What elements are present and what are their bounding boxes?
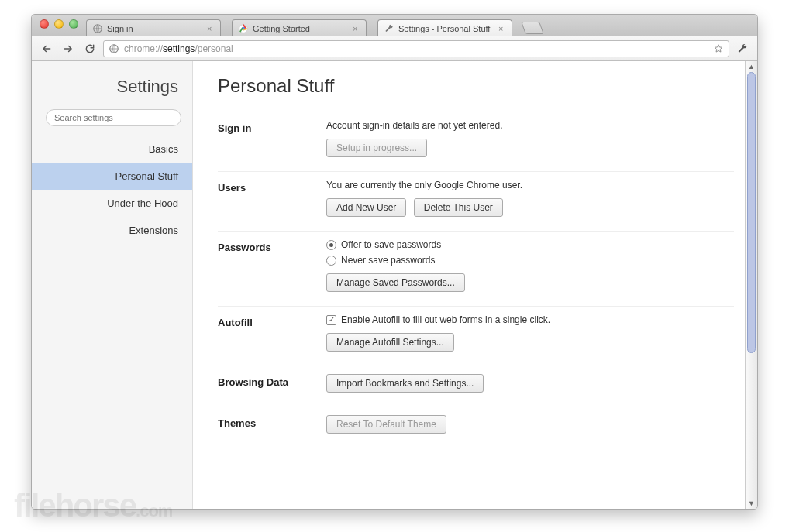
bookmark-star-icon[interactable] xyxy=(713,43,724,54)
section-label: Users xyxy=(218,180,326,217)
tab-getting-started[interactable]: Getting Started × xyxy=(232,19,367,36)
section-themes: Themes Reset To Default Theme xyxy=(218,407,734,437)
section-label: Autofill xyxy=(218,314,326,352)
toolbar: chrome://settings/personal xyxy=(32,36,757,61)
wrench-menu-button[interactable] xyxy=(734,40,751,57)
globe-icon xyxy=(109,43,119,54)
sidebar-item-personal-stuff[interactable]: Personal Stuff xyxy=(32,163,192,190)
section-sign-in: Sign in Account sign-in details are not … xyxy=(218,112,734,172)
section-label: Themes xyxy=(218,415,326,434)
sidebar-item-extensions[interactable]: Extensions xyxy=(32,217,192,244)
manage-saved-passwords-button[interactable]: Manage Saved Passwords... xyxy=(326,273,465,292)
minimize-window-button[interactable] xyxy=(54,19,64,29)
tab-label: Sign in xyxy=(107,24,207,33)
section-label: Sign in xyxy=(218,120,326,157)
offer-save-passwords-radio[interactable] xyxy=(326,240,336,250)
radio-label: Never save passwords xyxy=(341,255,435,266)
window-controls xyxy=(40,19,78,29)
close-icon[interactable]: × xyxy=(498,25,506,33)
setup-in-progress-button[interactable]: Setup in progress... xyxy=(326,139,427,157)
sidebar-item-basics[interactable]: Basics xyxy=(32,136,192,163)
chrome-icon xyxy=(238,23,249,34)
signin-status-text: Account sign-in details are not yet ente… xyxy=(326,120,734,131)
manage-autofill-settings-button[interactable]: Manage Autofill Settings... xyxy=(326,333,454,352)
tab-label: Getting Started xyxy=(253,24,353,33)
section-users: Users You are currently the only Google … xyxy=(218,172,734,232)
scrollbar-track[interactable] xyxy=(746,72,757,498)
reload-button[interactable] xyxy=(81,40,98,57)
omnibox[interactable]: chrome://settings/personal xyxy=(103,40,729,57)
section-autofill: Autofill Enable Autofill to fill out web… xyxy=(218,307,734,366)
scroll-down-arrow-icon[interactable]: ▼ xyxy=(746,498,757,509)
enable-autofill-checkbox[interactable] xyxy=(326,315,336,325)
content-area: Settings Basics Personal Stuff Under the… xyxy=(32,61,757,509)
scrollbar[interactable]: ▲ ▼ xyxy=(745,61,757,509)
sidebar-nav: Basics Personal Stuff Under the Hood Ext… xyxy=(32,136,192,244)
globe-icon xyxy=(92,23,103,34)
checkbox-label: Enable Autofill to fill out web forms in… xyxy=(341,314,550,325)
scrollbar-thumb[interactable] xyxy=(747,72,756,353)
radio-label: Offer to save passwords xyxy=(341,239,441,250)
section-label: Passwords xyxy=(218,239,326,292)
section-label: Browsing Data xyxy=(218,374,326,393)
tab-sign-in[interactable]: Sign in × xyxy=(86,19,221,36)
never-save-passwords-radio[interactable] xyxy=(326,256,336,266)
search-settings-input[interactable] xyxy=(46,109,181,126)
titlebar: Sign in × Getting Started × Settings - P… xyxy=(32,15,757,36)
settings-main: Personal Stuff Sign in Account sign-in d… xyxy=(193,61,757,509)
reset-theme-button[interactable]: Reset To Default Theme xyxy=(326,415,446,434)
tab-strip: Sign in × Getting Started × Settings - P… xyxy=(86,15,542,36)
close-window-button[interactable] xyxy=(40,19,49,29)
page-title: Personal Stuff xyxy=(218,75,734,97)
sidebar-title: Settings xyxy=(32,61,192,109)
forward-button[interactable] xyxy=(60,40,77,57)
wrench-icon xyxy=(384,23,394,34)
import-bookmarks-button[interactable]: Import Bookmarks and Settings... xyxy=(326,374,484,393)
settings-sidebar: Settings Basics Personal Stuff Under the… xyxy=(32,61,193,509)
url-text: chrome://settings/personal xyxy=(124,43,708,54)
section-passwords: Passwords Offer to save passwords Never … xyxy=(218,232,734,307)
delete-this-user-button[interactable]: Delete This User xyxy=(414,198,503,217)
sidebar-item-under-the-hood[interactable]: Under the Hood xyxy=(32,190,192,217)
close-icon[interactable]: × xyxy=(353,25,360,33)
close-icon[interactable]: × xyxy=(207,25,215,33)
tab-settings[interactable]: Settings - Personal Stuff × xyxy=(377,19,512,36)
new-tab-button[interactable] xyxy=(521,22,544,34)
section-browsing-data: Browsing Data Import Bookmarks and Setti… xyxy=(218,366,734,407)
tab-label: Settings - Personal Stuff xyxy=(398,24,498,33)
scroll-up-arrow-icon[interactable]: ▲ xyxy=(746,61,757,72)
zoom-window-button[interactable] xyxy=(69,19,78,29)
browser-window: Sign in × Getting Started × Settings - P… xyxy=(31,14,758,510)
users-status-text: You are currently the only Google Chrome… xyxy=(326,180,734,190)
back-button[interactable] xyxy=(38,40,55,57)
add-new-user-button[interactable]: Add New User xyxy=(326,198,406,217)
